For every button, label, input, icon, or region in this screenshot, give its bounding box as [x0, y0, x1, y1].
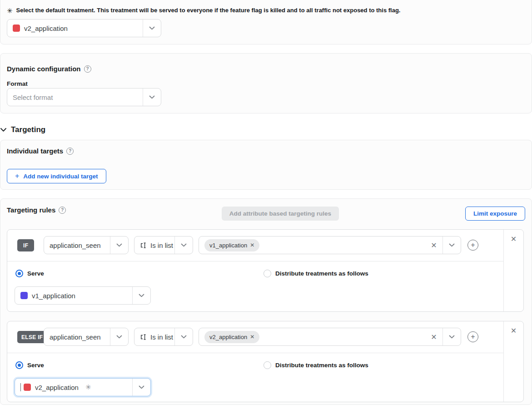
format-label: Format	[7, 80, 28, 87]
chevron-down-icon[interactable]	[443, 237, 461, 254]
value-chip[interactable]: v2_application ✕	[204, 331, 259, 343]
rule-attribute-value: application_seen	[50, 241, 101, 249]
serve-treatment-select[interactable]: v1_application	[15, 286, 151, 305]
collapse-chevron-icon[interactable]	[0, 128, 7, 132]
targeting-section-header[interactable]: Targeting	[0, 125, 45, 134]
treatment-color-swatch	[13, 25, 20, 32]
clear-values-icon[interactable]: ✕	[425, 333, 443, 341]
rule-values-input[interactable]: v1_application ✕ ✕	[199, 236, 461, 254]
individual-targets-title: Individual targets	[7, 147, 63, 155]
value-chip-label: v1_application	[209, 242, 247, 249]
serve-treatment-value: v2_application	[35, 384, 79, 391]
chevron-down-icon[interactable]	[143, 20, 161, 37]
default-treatment-value: v2_application	[24, 25, 68, 32]
default-treatment-asterisk-icon: ✳	[7, 7, 13, 15]
chevron-down-icon[interactable]	[174, 237, 193, 254]
add-condition-icon[interactable]: +	[467, 240, 478, 251]
targeting-rule-2: ✕ ELSE IF application_seen Is in list	[7, 321, 524, 402]
distribute-label: Distribute treatments as follows	[275, 362, 368, 369]
format-placeholder: Select format	[13, 94, 53, 101]
string-matcher-icon	[140, 241, 148, 249]
rule-actions-column: ✕	[503, 321, 523, 402]
distribute-radio[interactable]: Distribute treatments as follows	[264, 270, 368, 277]
default-treatment-note: Select the default treatment. This treat…	[16, 7, 401, 14]
serve-radio[interactable]: Serve	[15, 270, 44, 277]
chevron-down-icon[interactable]	[443, 328, 461, 345]
radio-unselected-icon[interactable]	[264, 270, 271, 277]
treatment-color-swatch	[24, 384, 31, 391]
add-individual-target-label: Add new individual target	[23, 173, 98, 180]
add-condition-icon[interactable]: +	[467, 331, 478, 342]
remove-rule-icon[interactable]: ✕	[511, 236, 517, 311]
serve-label: Serve	[27, 362, 44, 369]
rule-matcher-value: Is in list	[150, 241, 173, 249]
targeting-rule-1: ✕ IF application_seen Is in list	[7, 229, 524, 312]
help-icon[interactable]: ?	[59, 207, 66, 214]
dynamic-configuration-card: Dynamic configuration ? Format Select fo…	[0, 53, 532, 113]
rule-matcher-value: Is in list	[150, 333, 173, 341]
add-individual-target-button[interactable]: + Add new individual target	[7, 169, 106, 183]
radio-unselected-icon[interactable]	[264, 361, 271, 369]
serve-radio[interactable]: Serve	[15, 361, 44, 369]
rule-actions-column: ✕	[503, 230, 523, 311]
string-matcher-icon	[140, 333, 148, 341]
rule-values-input[interactable]: v2_application ✕ ✕	[199, 328, 461, 346]
rule-keyword-badge: IF	[17, 239, 34, 251]
targeting-title: Targeting	[11, 125, 45, 134]
serve-treatment-select[interactable]: v2_application ✳	[15, 378, 151, 396]
add-attribute-rules-button[interactable]: Add attribute based targeting rules	[222, 207, 339, 221]
serve-label: Serve	[27, 270, 44, 277]
remove-rule-icon[interactable]: ✕	[511, 327, 517, 402]
dynamic-configuration-title: Dynamic configuration	[7, 65, 81, 73]
rule-attribute-select[interactable]: application_seen	[44, 236, 129, 254]
rule-attribute-select[interactable]: application_seen	[44, 328, 129, 346]
distribute-radio[interactable]: Distribute treatments as follows	[264, 361, 368, 369]
targeting-rules-title: Targeting rules	[7, 206, 55, 214]
chevron-down-icon[interactable]	[132, 287, 150, 304]
value-chip-label: v2_application	[209, 334, 247, 340]
plus-icon: +	[15, 172, 19, 180]
serve-treatment-value: v1_application	[32, 292, 75, 300]
radio-selected-icon[interactable]	[15, 361, 23, 369]
remove-value-icon[interactable]: ✕	[250, 334, 254, 340]
remove-value-icon[interactable]: ✕	[250, 242, 254, 248]
default-treatment-card: ✳ Select the default treatment. This tre…	[0, 0, 532, 44]
targeting-rules-card: Targeting rules ? Add attribute based ta…	[0, 198, 532, 405]
individual-targets-card: Individual targets ? + Add new individua…	[0, 140, 532, 190]
clear-values-icon[interactable]: ✕	[425, 241, 443, 250]
text-caret	[20, 383, 21, 391]
rule-matcher-select[interactable]: Is in list	[134, 328, 193, 346]
chevron-down-icon[interactable]	[110, 328, 128, 345]
limit-exposure-button[interactable]: Limit exposure	[465, 207, 525, 221]
rule-matcher-select[interactable]: Is in list	[134, 236, 193, 254]
format-select[interactable]: Select format	[7, 88, 161, 106]
default-treatment-select[interactable]: v2_application	[7, 19, 161, 37]
treatment-color-swatch	[20, 292, 28, 299]
rule-attribute-value: application_seen	[50, 333, 101, 341]
rule-keyword-badge: ELSE IF	[17, 331, 47, 343]
help-icon[interactable]: ?	[66, 148, 74, 155]
distribute-label: Distribute treatments as follows	[275, 270, 368, 277]
value-chip[interactable]: v1_application ✕	[204, 239, 259, 251]
chevron-down-icon[interactable]	[132, 379, 150, 396]
default-treatment-indicator-icon: ✳	[85, 383, 91, 391]
chevron-down-icon[interactable]	[110, 237, 128, 254]
radio-selected-icon[interactable]	[15, 270, 23, 277]
chevron-down-icon[interactable]	[143, 89, 161, 106]
chevron-down-icon[interactable]	[174, 328, 193, 345]
feature-flag-definition-page: ✳ Select the default treatment. This tre…	[0, 0, 532, 409]
help-icon[interactable]: ?	[84, 65, 91, 73]
